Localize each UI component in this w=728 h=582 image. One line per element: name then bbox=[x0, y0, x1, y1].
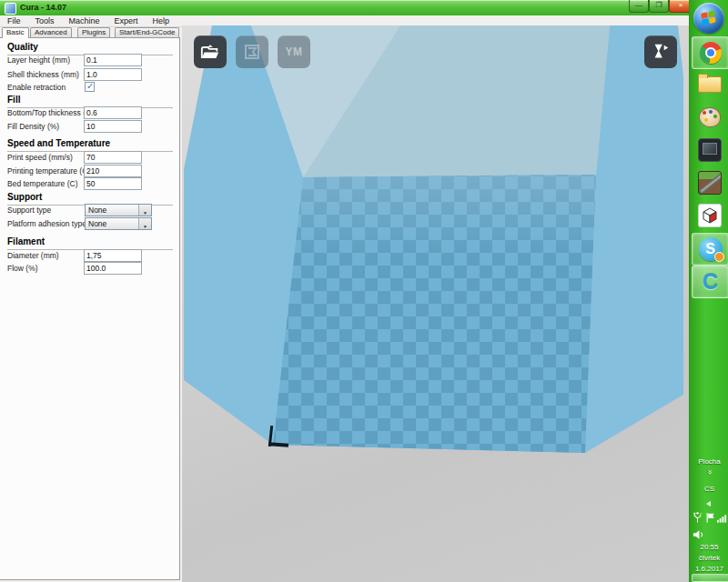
taskbar-item-skype[interactable]: S bbox=[692, 233, 728, 266]
windows-taskbar: S C Plocha » CS bbox=[689, 0, 728, 582]
field-label: Shell thickness (mm) bbox=[7, 70, 79, 79]
skype-icon: S bbox=[699, 237, 723, 261]
field-label: Support type bbox=[7, 206, 51, 215]
origin-marker bbox=[268, 442, 288, 447]
chrome-icon bbox=[700, 42, 722, 64]
taskbar-item-cura[interactable]: C bbox=[692, 266, 728, 298]
explorer-folder-icon bbox=[698, 76, 722, 93]
clock-date: 1.6.2017 bbox=[690, 565, 728, 573]
paint-palette-icon bbox=[699, 107, 721, 127]
skype-letter: S bbox=[705, 242, 715, 256]
minecraft-icon bbox=[698, 171, 722, 195]
bed-temperature-input[interactable] bbox=[84, 177, 142, 190]
printing-temperature-input[interactable] bbox=[84, 165, 142, 177]
layer-height-input[interactable] bbox=[84, 54, 142, 66]
field-label: Layer height (mm) bbox=[7, 55, 70, 65]
field-label: Printing temperature (C) bbox=[7, 166, 90, 176]
title-bar[interactable]: Cura - 14.07 — ❐ × bbox=[0, 0, 689, 15]
toolpath-icon bbox=[243, 43, 261, 61]
platform-adhesion-dropdown[interactable]: None bbox=[85, 217, 152, 230]
field-label: Platform adhesion type bbox=[7, 219, 86, 228]
usb-safely-remove-icon[interactable] bbox=[692, 511, 703, 524]
capture-tool-icon bbox=[698, 138, 722, 162]
section-title-speed-temperature: Speed and Temperature bbox=[7, 138, 173, 152]
clock-time: 20:55 bbox=[690, 543, 728, 551]
filament-diameter-input[interactable] bbox=[84, 249, 142, 262]
taskbar-item-paint[interactable] bbox=[692, 102, 727, 133]
load-model-button[interactable] bbox=[194, 35, 227, 68]
volume-icon[interactable] bbox=[693, 528, 704, 541]
screen: Cura - 14.07 — ❐ × File Tools Machine Ex… bbox=[0, 0, 728, 582]
menu-file[interactable]: File bbox=[0, 15, 28, 26]
fill-density-input[interactable] bbox=[84, 120, 142, 133]
windows-logo-icon bbox=[701, 10, 717, 25]
minimize-button[interactable]: — bbox=[629, 0, 649, 13]
taskbar-item-chrome[interactable] bbox=[692, 36, 728, 69]
field-label: Print speed (mm/s) bbox=[7, 153, 73, 162]
cura-window: Cura - 14.07 — ❐ × File Tools Machine Ex… bbox=[0, 0, 689, 582]
tab-basic[interactable]: Basic bbox=[2, 27, 29, 38]
field-label: Flow (%) bbox=[7, 264, 38, 273]
toolbar-chevron-icon[interactable]: » bbox=[690, 467, 728, 477]
menu-machine[interactable]: Machine bbox=[62, 15, 107, 26]
open-folder-icon bbox=[200, 44, 220, 61]
taskbar-item-model-viewer[interactable] bbox=[692, 200, 727, 231]
view-mode-button[interactable] bbox=[644, 35, 677, 68]
taskbar-item-minecraft[interactable] bbox=[692, 167, 727, 198]
field-label: Bed temperature (C) bbox=[7, 179, 77, 188]
field-label: Enable retraction bbox=[7, 83, 66, 92]
menu-help[interactable]: Help bbox=[146, 15, 177, 26]
filament-flow-input[interactable] bbox=[84, 262, 142, 275]
language-indicator[interactable]: CS bbox=[690, 485, 728, 493]
dropdown-arrow-icon[interactable] bbox=[138, 218, 151, 229]
save-toolpath-button bbox=[236, 35, 268, 68]
print-speed-input[interactable] bbox=[84, 151, 142, 164]
skype-notification-badge bbox=[714, 252, 724, 262]
app-icon bbox=[5, 3, 16, 15]
enable-retraction-checkbox[interactable] bbox=[85, 82, 95, 92]
network-signal-icon[interactable] bbox=[716, 511, 728, 524]
maximize-button[interactable]: ❐ bbox=[649, 0, 669, 13]
menu-tools[interactable]: Tools bbox=[28, 15, 62, 26]
youmagine-label: YM bbox=[286, 45, 303, 58]
settings-panel: Quality Layer height (mm) Shell thicknes… bbox=[0, 37, 180, 580]
view-mode-icon bbox=[651, 42, 671, 62]
desktop-toolbar-label[interactable]: Plocha bbox=[690, 457, 728, 466]
section-title-filament: Filament bbox=[7, 236, 173, 250]
taskbar-item-capture-tool[interactable] bbox=[692, 135, 727, 166]
support-type-value: None bbox=[88, 206, 106, 215]
clock-day: čtvrtek bbox=[690, 554, 728, 562]
taskbar-item-explorer[interactable] bbox=[692, 69, 727, 100]
tab-row: Basic Advanced Plugins Start/End-GCode bbox=[0, 27, 182, 37]
support-type-dropdown[interactable]: None bbox=[85, 204, 152, 216]
field-label: Fill Density (%) bbox=[7, 122, 59, 131]
3d-viewport[interactable]: YM bbox=[182, 25, 689, 582]
menu-expert[interactable]: Expert bbox=[107, 15, 146, 26]
bottom-top-thickness-input[interactable] bbox=[84, 106, 142, 119]
start-button[interactable] bbox=[693, 3, 724, 34]
platform-adhesion-value: None bbox=[88, 219, 106, 228]
tab-advanced[interactable]: Advanced bbox=[30, 27, 72, 37]
show-desktop-button[interactable] bbox=[692, 574, 728, 582]
window-title: Cura - 14.07 bbox=[20, 0, 66, 15]
cura-icon: C bbox=[703, 271, 718, 293]
shell-thickness-input[interactable] bbox=[84, 68, 142, 81]
field-label: Diameter (mm) bbox=[7, 251, 59, 260]
action-center-flag-icon[interactable] bbox=[704, 511, 716, 524]
3d-cube-icon bbox=[698, 204, 722, 227]
tab-plugins[interactable]: Plugins bbox=[77, 27, 110, 37]
tab-start-end-gcode[interactable]: Start/End-GCode bbox=[115, 27, 179, 37]
youmagine-share-button: YM bbox=[278, 35, 310, 68]
show-hidden-icons-arrow[interactable] bbox=[706, 501, 711, 507]
dropdown-arrow-icon[interactable] bbox=[138, 205, 151, 216]
